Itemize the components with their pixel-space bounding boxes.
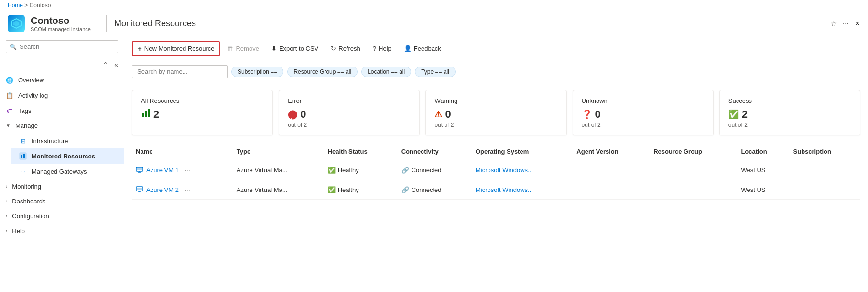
card-success[interactable]: Success ✅ 2 out of 2	[719, 90, 860, 135]
sidebar-expand-button[interactable]: ⌃	[101, 59, 110, 70]
main-layout: 🔍 ⌃ « 🌐 Overview 📋 Activity log 🏷 Tags ▼…	[0, 36, 868, 290]
plus-icon: +	[138, 45, 142, 53]
col-agent-version: Agent Version	[573, 143, 650, 160]
feedback-label: Feedback	[414, 45, 441, 52]
row1-type: Azure Virtual Ma...	[233, 160, 324, 180]
row2-context-menu-button[interactable]: ···	[182, 185, 193, 194]
row2-agent-version	[573, 180, 650, 200]
sidebar-item-activity-log[interactable]: 📋 Activity log	[0, 88, 124, 103]
col-type: Type	[233, 143, 324, 160]
sidebar-item-manage[interactable]: ▼ Manage	[0, 118, 124, 133]
help-icon: ?	[373, 45, 376, 52]
sidebar-item-monitored-resources[interactable]: Monitored Resources	[11, 148, 124, 164]
svg-rect-13	[137, 188, 142, 190]
success-count: 2	[742, 108, 748, 121]
row2-health-label: Healthy	[338, 186, 359, 193]
sidebar-item-label: Tags	[18, 107, 31, 114]
card-error[interactable]: Error ⬤! 0 out of 2	[279, 90, 420, 135]
sidebar-item-label: Configuration	[12, 213, 49, 220]
sidebar-item-tags[interactable]: 🏷 Tags	[0, 103, 124, 118]
new-monitored-resource-button[interactable]: + New Monitored Resource	[132, 41, 220, 56]
healthy-icon: ✅	[328, 167, 336, 174]
sidebar-item-managed-gateways[interactable]: ↔ Managed Gateways	[11, 164, 124, 179]
export-csv-button[interactable]: ⬇ Export to CSV	[266, 42, 324, 55]
table-row: Azure VM 2 ··· Azure Virtual Ma... ✅ Hea…	[132, 180, 860, 200]
row2-name-cell: Azure VM 2 ···	[132, 180, 233, 200]
col-connectivity: Connectivity	[398, 143, 472, 160]
breadcrumb-current: Contoso	[30, 2, 51, 9]
card-unknown-value: ❓ 0	[582, 108, 705, 121]
toolbar: + New Monitored Resource 🗑 Remove ⬇ Expo…	[124, 36, 868, 61]
subscription-filter[interactable]: Subscription ==	[231, 67, 283, 77]
feedback-button[interactable]: 👤 Feedback	[399, 42, 446, 55]
table-body: Azure VM 1 ··· Azure Virtual Ma... ✅ Hea…	[132, 160, 860, 200]
card-warning[interactable]: Warning ⚠ 0 out of 2	[425, 90, 566, 135]
row2-name-link[interactable]: Azure VM 2	[146, 186, 179, 193]
sidebar-item-monitoring[interactable]: › Monitoring	[0, 179, 124, 194]
sidebar-item-configuration[interactable]: › Configuration	[0, 209, 124, 224]
svg-rect-4	[23, 154, 25, 158]
overview-icon: 🌐	[6, 76, 13, 84]
sidebar-toggle-controls: ⌃ «	[0, 57, 124, 72]
refresh-label: Refresh	[338, 45, 360, 52]
card-warning-sub: out of 2	[434, 122, 557, 128]
svg-rect-7	[148, 109, 150, 117]
sidebar-item-infrastructure[interactable]: ⊞ Infrastructure	[11, 133, 124, 148]
warning-count: 0	[445, 108, 451, 121]
remove-button[interactable]: 🗑 Remove	[222, 42, 264, 55]
location-filter[interactable]: Location == all	[361, 67, 411, 77]
connected-icon: 🔗	[401, 167, 409, 174]
sidebar-item-label: Monitored Resources	[32, 153, 95, 160]
card-error-value: ⬤! 0	[288, 108, 411, 121]
sidebar-item-overview[interactable]: 🌐 Overview	[0, 72, 124, 88]
name-search-input[interactable]	[132, 65, 228, 78]
tags-icon: 🏷	[6, 107, 13, 114]
success-icon: ✅	[728, 109, 739, 120]
sidebar-item-label: Monitoring	[12, 183, 41, 190]
top-bar-actions: ☆ ··· ✕	[830, 19, 860, 28]
help-button[interactable]: ? Help	[368, 42, 397, 55]
configuration-chevron-icon: ›	[6, 213, 7, 219]
more-options-icon[interactable]: ···	[843, 19, 849, 28]
card-error-title: Error	[288, 97, 411, 104]
row1-connectivity-label: Connected	[412, 167, 442, 174]
refresh-button[interactable]: ↻ Refresh	[326, 42, 366, 55]
unknown-count: 0	[595, 108, 601, 121]
col-resource-group: Resource Group	[650, 143, 737, 160]
row1-subscription	[790, 160, 860, 180]
sidebar-collapse-button[interactable]: «	[112, 59, 120, 70]
row1-context-menu-button[interactable]: ···	[182, 165, 193, 175]
filter-bar: Subscription == Resource Group == all Lo…	[124, 61, 868, 82]
table-row: Azure VM 1 ··· Azure Virtual Ma... ✅ Hea…	[132, 160, 860, 180]
resources-table-wrap: Name Type Health Status Connectivity Ope…	[124, 143, 868, 200]
sidebar-item-label: Infrastructure	[32, 137, 68, 145]
row1-connectivity: 🔗 Connected	[398, 160, 472, 180]
col-location: Location	[737, 143, 789, 160]
remove-label: Remove	[236, 45, 259, 52]
activity-log-icon: 📋	[6, 91, 13, 99]
resource-group-filter[interactable]: Resource Group == all	[287, 67, 358, 77]
sidebar-item-dashboards[interactable]: › Dashboards	[0, 194, 124, 209]
card-unknown[interactable]: Unknown ❓ 0 out of 2	[573, 90, 714, 135]
app-subtitle: SCOM managed instance	[31, 26, 91, 32]
favorite-icon[interactable]: ☆	[830, 19, 837, 28]
close-icon[interactable]: ✕	[855, 20, 860, 27]
search-input[interactable]	[6, 40, 118, 53]
sidebar: 🔍 ⌃ « 🌐 Overview 📋 Activity log 🏷 Tags ▼…	[0, 36, 124, 290]
row2-type: Azure Virtual Ma...	[233, 180, 324, 200]
page-title: Monitored Resources	[114, 19, 830, 29]
all-resources-count: 2	[153, 108, 159, 121]
col-health-status: Health Status	[324, 143, 398, 160]
sidebar-manage-sub: ⊞ Infrastructure Monitored Resources ↔ M…	[0, 133, 124, 179]
breadcrumb-home[interactable]: Home	[8, 2, 23, 9]
app-title: Contoso	[31, 15, 91, 26]
error-count: 0	[300, 108, 306, 121]
sidebar-item-label: Activity log	[18, 92, 48, 99]
trash-icon: 🗑	[227, 45, 233, 52]
type-filter[interactable]: Type == all	[415, 67, 456, 77]
svg-rect-9	[137, 168, 142, 170]
card-all-resources[interactable]: All Resources 2	[132, 90, 273, 135]
warning-icon: ⚠	[434, 109, 442, 120]
sidebar-item-help[interactable]: › Help	[0, 224, 124, 238]
row1-name-link[interactable]: Azure VM 1	[146, 167, 179, 174]
